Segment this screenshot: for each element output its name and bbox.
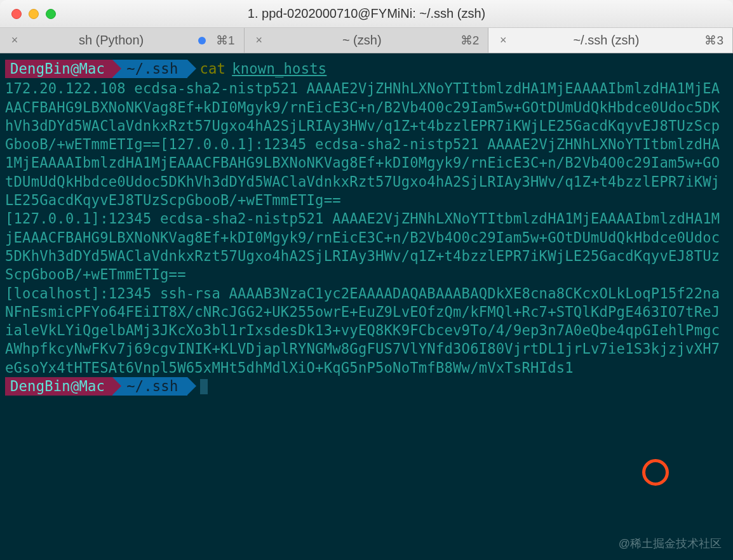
command-arg: known_hosts [232,60,326,78]
window-title: 1. ppd-0202000710@FYMiNi: ~/.ssh (zsh) [0,6,733,21]
tab-label: ~ (zsh) [269,33,455,48]
tab-ssh-zsh[interactable]: × ~/.ssh (zsh) ⌘3 [488,28,733,53]
close-tab-icon[interactable]: × [9,34,20,47]
close-tab-icon[interactable]: × [253,34,265,47]
tab-shortcut: ⌘3 [704,33,723,48]
tab-shortcut: ⌘1 [216,33,235,48]
tab-bar: × sh (Python) ⌘1 × ~ (zsh) ⌘2 × ~/.ssh (… [0,28,733,53]
prompt-path-segment: ~/.ssh [112,377,187,396]
terminal-output: 172.20.122.108 ecdsa-sha2-nistp521 AAAAE… [5,79,728,210]
terminal-output: [localhost]:12345 ssh-rsa AAAAB3NzaC1yc2… [5,284,728,377]
tab-home-zsh[interactable]: × ~ (zsh) ⌘2 [245,28,489,53]
close-window-button[interactable] [11,9,22,19]
modified-dot-icon [198,37,206,44]
command-text: cat [200,60,226,78]
tab-label: sh (Python) [24,33,198,48]
prompt-user-segment: DengBin@Mac [5,60,112,78]
terminal-viewport[interactable]: DengBin@Mac ~/.ssh cat known_hosts 172.2… [0,53,733,560]
terminal-cursor [200,379,208,394]
tab-label: ~/.ssh (zsh) [513,33,699,48]
terminal-output: [127.0.0.1]:12345 ecdsa-sha2-nistp521 AA… [5,210,728,284]
maximize-window-button[interactable] [46,9,56,19]
prompt-line: DengBin@Mac ~/.ssh [5,377,728,396]
prompt-line: DengBin@Mac ~/.ssh cat known_hosts [5,60,728,78]
window-titlebar: 1. ppd-0202000710@FYMiNi: ~/.ssh (zsh) [0,0,733,28]
close-tab-icon[interactable]: × [497,34,509,47]
prompt-user-segment: DengBin@Mac [5,377,112,396]
tab-sh-python[interactable]: × sh (Python) ⌘1 [0,28,245,53]
prompt-path-segment: ~/.ssh [112,60,187,78]
minimize-window-button[interactable] [29,9,39,19]
tab-shortcut: ⌘2 [461,33,480,48]
watermark-text: @稀土掘金技术社区 [619,536,722,551]
